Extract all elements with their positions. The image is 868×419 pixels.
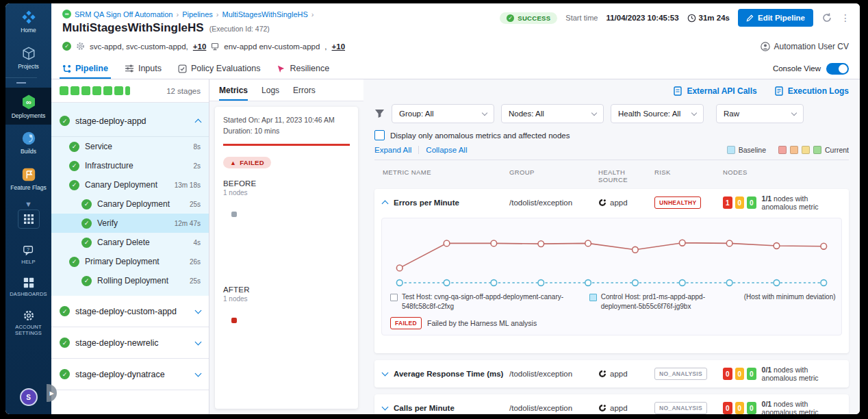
filter-dropdown-raw[interactable]: Raw [716, 104, 804, 123]
verify-tab-metrics[interactable]: Metrics [219, 79, 248, 101]
metrics-table-header: METRIC NAMEGROUPHEALTH SOURCERISKNODES [374, 164, 849, 188]
stage-progress-row: 12 stages [51, 79, 209, 103]
success-check-icon: ✓ [69, 257, 79, 267]
sidebar-item-account-settings[interactable]: ACCOUNT SETTINGS [5, 303, 51, 342]
chevron-down-icon[interactable] [382, 404, 389, 411]
warning-icon: ▲ [230, 160, 236, 166]
node-count-box: 0 [747, 368, 756, 380]
avatar[interactable]: S [20, 388, 38, 406]
sidebar-item-home[interactable]: Home [5, 3, 51, 40]
step-item-rolling-deployment[interactable]: ✓Rolling Deployment25s [51, 271, 209, 290]
success-check-icon: ✓ [81, 199, 92, 210]
step-name: Primary Deployment [85, 257, 184, 266]
refresh-icon[interactable] [821, 12, 832, 23]
chevron-down-icon [691, 110, 697, 115]
column-header-nodes: NODES [723, 168, 841, 183]
verify-tab-logs[interactable]: Logs [261, 79, 279, 101]
edit-pipeline-button[interactable]: Edit Pipeline [738, 9, 813, 27]
step-item-primary-deployment[interactable]: ✓Primary Deployment26s [51, 252, 209, 271]
nav-scroll-chevron-icon[interactable]: ▼ [25, 200, 32, 208]
node-count-box: 0 [735, 368, 745, 380]
before-node-hexagon[interactable] [223, 203, 245, 225]
sidebar-item-help[interactable]: ?HELP [5, 238, 51, 271]
control-host-checkbox[interactable] [589, 294, 597, 301]
pencil-icon [746, 14, 754, 22]
step-item-canary-delete[interactable]: ✓Canary Delete4s [51, 233, 209, 252]
step-item-service[interactable]: ✓Service8s [51, 137, 209, 156]
chevron-up-icon[interactable] [382, 201, 389, 207]
filter-dropdown-nodes[interactable]: Nodes: All [501, 104, 604, 123]
filter-dropdown-group[interactable]: Group: All [392, 104, 494, 123]
stage-item-stage-deploy-newrelic[interactable]: ✓stage-deploy-newrelic [51, 327, 209, 359]
step-duration: 26s [190, 258, 201, 266]
success-check-icon: ✓ [60, 338, 70, 348]
sidebar-item-builds[interactable]: Builds [5, 125, 51, 161]
metric-group: /todolist/exception [509, 370, 598, 378]
tab-inputs[interactable]: Inputs [125, 58, 162, 79]
filter-value: Raw [724, 110, 739, 118]
breadcrumb-project[interactable]: SRM QA Sign Off Automation [75, 10, 173, 18]
metric-row[interactable]: Calls per Minute/todolist/exceptionappdN… [374, 394, 849, 414]
anomalous-only-checkbox[interactable] [374, 130, 385, 140]
chevron-down-icon[interactable] [382, 370, 389, 377]
after-node-hexagon[interactable] [223, 309, 245, 331]
tab-resilience[interactable]: Resilience [277, 58, 329, 79]
external-api-calls-link[interactable]: External API Calls [674, 86, 756, 96]
chevron-down-icon [591, 110, 597, 115]
baseline-swatch [727, 146, 735, 154]
verification-status-badge: ▲FAILED [223, 157, 271, 168]
step-item-canary-deployment[interactable]: ✓Canary Deployment25s [51, 194, 209, 214]
breadcrumb-pipeline-name[interactable]: MultiStagesWithSingleHS [222, 10, 307, 18]
step-item-infrastructure[interactable]: ✓Infrastructure2s [51, 156, 209, 175]
console-view-label: Console View [773, 64, 821, 73]
verify-summary-card: Started On: Apr 11, 2023 10:46 AM Durati… [215, 107, 358, 409]
stage-progress-segment [60, 86, 68, 95]
step-item-canary-deployment[interactable]: ✓Canary Deployment13m 18s [51, 175, 209, 194]
current-swatch [802, 146, 810, 154]
chevron-down-icon [195, 307, 202, 314]
tab-policy-evaluations[interactable]: Policy Evaluations [178, 58, 260, 79]
sidebar-item-deployments[interactable]: ∞Deployments [5, 88, 51, 125]
sidebar-item-feature-flags[interactable]: Feature Flags [5, 161, 51, 197]
services-more-link[interactable]: +10 [193, 42, 207, 51]
svg-text:?: ? [27, 246, 29, 253]
module-picker-button[interactable] [18, 210, 40, 229]
page-title: MultiStagesWithSingleHS [62, 21, 204, 35]
sidebar-item-projects[interactable]: Projects [5, 40, 51, 76]
sidebar-item-label: Builds [21, 149, 36, 155]
success-check-icon: ✓ [62, 42, 71, 51]
execution-logs-link[interactable]: Execution Logs [775, 86, 849, 96]
start-time-label: Start time [565, 14, 598, 22]
console-view-toggle[interactable] [826, 63, 849, 75]
filter-icon[interactable] [374, 109, 385, 118]
stage-item-stage-deploy-appd[interactable]: ✓stage-deploy-appd [51, 105, 209, 137]
more-options-icon[interactable]: ⋮ [841, 12, 850, 23]
test-host-checkbox[interactable] [390, 294, 398, 301]
breadcrumb-pipelines[interactable]: Pipelines [182, 10, 213, 18]
environment-icon [211, 42, 219, 51]
analysis-failed-badge: FAILED [390, 317, 422, 329]
sidebar-divider [5, 77, 37, 84]
step-duration: 12m 47s [175, 220, 201, 227]
stage-item-stage-deploy-dynatrace[interactable]: ✓stage-deploy-dynatrace [51, 359, 209, 390]
stage-progress-segment [114, 86, 123, 95]
stage-progress-segment [71, 86, 79, 95]
trigger-user[interactable]: Automation User CV [774, 42, 849, 51]
stage-item-stage-deploy-custom-appd[interactable]: ✓stage-deploy-custom-appd [51, 296, 209, 327]
filter-dropdown-health-source[interactable]: Health Source: All [611, 104, 704, 123]
tab-pipeline[interactable]: Pipeline [62, 58, 108, 79]
metric-name: Calls per Minute [394, 404, 455, 412]
dashboards-icon [23, 277, 35, 289]
sidebar-item-dashboards[interactable]: DASHBOARDS [5, 270, 51, 303]
collapse-all-link[interactable]: Collapse All [426, 146, 467, 154]
verify-tab-errors[interactable]: Errors [293, 79, 316, 101]
expand-all-link[interactable]: Expand All [374, 146, 411, 154]
baseline-label: Baseline [739, 146, 766, 154]
metric-detail-panel: Test Host: cvng-qa-sign-off-appd-deploym… [381, 218, 842, 335]
environments-more-link[interactable]: +10 [332, 42, 346, 51]
step-duration: 4s [193, 239, 201, 246]
metric-row[interactable]: Average Response Time (ms)/todolist/exce… [374, 360, 849, 388]
metric-timeseries-chart[interactable] [390, 223, 833, 291]
metric-row[interactable]: Errors per Minute/todolist/exceptionappd… [374, 189, 849, 216]
step-item-verify[interactable]: ✓Verify12m 47s [51, 214, 209, 233]
